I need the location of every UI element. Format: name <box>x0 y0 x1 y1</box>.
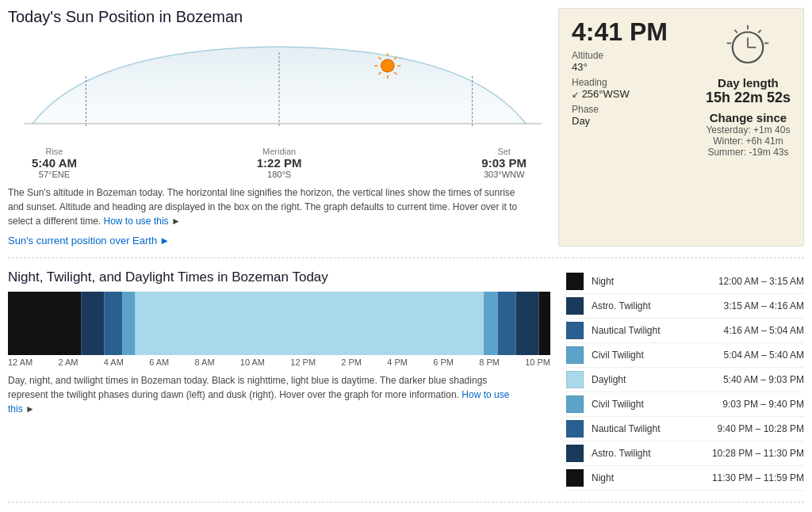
phase-label: Phase <box>572 104 599 115</box>
legend-color-swatch <box>566 322 584 339</box>
sun-arc-chart[interactable] <box>8 32 550 143</box>
section-divider-2 <box>8 502 804 502</box>
svg-rect-21 <box>8 292 81 355</box>
time-label-8pm: 8 PM <box>479 357 500 367</box>
time-label-6am: 6 AM <box>149 357 169 367</box>
twilight-chart-area: Night, Twilight, and Daylight Times in B… <box>8 269 550 491</box>
phase-value: Day <box>572 115 590 127</box>
twilight-bar-chart[interactable] <box>8 292 550 355</box>
svg-line-19 <box>735 30 738 33</box>
legend-phase-time: 3:15 AM – 4:16 AM <box>724 300 804 311</box>
svg-rect-24 <box>122 292 136 355</box>
legend-phase-time: 12:00 AM – 3:15 AM <box>718 276 804 287</box>
change-summer: Summer: -19m 43s <box>706 147 791 158</box>
legend-phase-name: Civil Twilight <box>592 350 716 361</box>
time-label-4pm: 4 PM <box>387 357 408 367</box>
legend-color-swatch <box>566 297 584 315</box>
rise-label: Rise <box>32 147 77 156</box>
change-winter: Winter: +6h 41m <box>706 136 791 147</box>
legend-row: Nautical Twilight4:16 AM – 5:04 AM <box>566 319 804 343</box>
sun-chart-area: Today's Sun Position in Bozeman <box>8 8 550 246</box>
meridian-label: Meridian <box>257 147 302 156</box>
day-length-label: Day length <box>706 76 791 90</box>
change-yesterday: Yesterday: +1m 40s <box>706 124 791 136</box>
time-label-2am: 2 AM <box>58 357 78 367</box>
twilight-description: Day, night, and twilight times in Bozema… <box>8 373 523 416</box>
legend-color-swatch <box>566 445 584 462</box>
info-box-right: Day length 15h 22m 52s Change since Yest… <box>706 18 791 158</box>
svg-rect-26 <box>484 292 498 355</box>
time-label-6pm: 6 PM <box>433 357 454 367</box>
sun-rise-info: Rise 5:40 AM 57°ENE <box>32 147 77 179</box>
sun-description: The Sun's altitude in Bozeman today. The… <box>8 185 531 228</box>
time-label-12am: 12 AM <box>8 357 33 367</box>
info-box-left: 4:41 PM Altitude 43° Heading ↙ 256°WSW P… <box>572 18 668 127</box>
time-label-12pm: 12 PM <box>290 357 316 367</box>
set-label: Set <box>481 147 527 156</box>
legend-color-swatch <box>566 420 584 437</box>
legend-row: Night11:30 PM – 11:59 PM <box>566 466 804 491</box>
arrow-icon: ► <box>159 235 170 246</box>
phase-row: Phase Day <box>572 103 668 127</box>
twilight-bar-svg <box>8 292 550 355</box>
meridian-time: 1:22 PM <box>257 156 302 170</box>
legend-phase-time: 4:16 AM – 5:04 AM <box>724 325 804 336</box>
twilight-how-to-arrow: ► <box>25 403 35 415</box>
how-to-use-link[interactable]: How to use this <box>104 216 169 227</box>
legend-phase-name: Nautical Twilight <box>592 423 710 434</box>
legend-color-swatch <box>566 371 584 388</box>
top-section: Today's Sun Position in Bozeman <box>8 8 804 246</box>
set-time: 9:03 PM <box>481 156 527 170</box>
legend-phase-name: Civil Twilight <box>592 399 714 410</box>
legend-color-swatch <box>566 346 584 364</box>
legend-phase-time: 9:03 PM – 9:40 PM <box>722 399 804 410</box>
legend-phase-name: Daylight <box>592 374 715 385</box>
meridian-dir: 180°S <box>257 170 302 179</box>
legend-phase-time: 10:28 PM – 11:30 PM <box>712 448 804 459</box>
info-box-top: 4:41 PM Altitude 43° Heading ↙ 256°WSW P… <box>572 18 791 158</box>
sun-times-row: Rise 5:40 AM 57°ENE Meridian 1:22 PM 180… <box>8 143 550 179</box>
time-label-10am: 10 AM <box>240 357 265 367</box>
time-axis: 12 AM 2 AM 4 AM 6 AM 8 AM 10 AM 12 PM 2 … <box>8 355 550 367</box>
legend-row: Daylight5:40 AM – 9:03 PM <box>566 368 804 392</box>
legend-color-swatch <box>566 395 584 413</box>
legend-color-swatch <box>566 469 584 487</box>
heading-value: 256°WSW <box>582 88 630 100</box>
heading-row: Heading ↙ 256°WSW <box>572 76 668 100</box>
legend-row: Civil Twilight9:03 PM – 9:40 PM <box>566 392 804 417</box>
legend-row: Astro. Twilight3:15 AM – 4:16 AM <box>566 294 804 319</box>
section-divider-1 <box>8 258 804 258</box>
clock-icon <box>720 18 776 74</box>
svg-rect-27 <box>498 292 516 355</box>
time-label-4am: 4 AM <box>104 357 124 367</box>
legend-phase-time: 9:40 PM – 10:28 PM <box>718 423 804 434</box>
rise-time: 5:40 AM <box>32 156 77 170</box>
legend-phase-name: Nautical Twilight <box>592 325 716 336</box>
legend-phase-time: 11:30 PM – 11:59 PM <box>712 472 804 483</box>
legend-phase-name: Night <box>592 472 704 483</box>
svg-rect-23 <box>104 292 122 355</box>
legend-row: Civil Twilight5:04 AM – 5:40 AM <box>566 343 804 368</box>
sun-arc-svg <box>8 32 550 143</box>
time-label-10pm: 10 PM <box>525 357 550 367</box>
twilight-section-title: Night, Twilight, and Daylight Times in B… <box>8 269 550 285</box>
current-time: 4:41 PM <box>572 18 668 46</box>
legend-phase-time: 5:40 AM – 9:03 PM <box>723 374 804 385</box>
sun-position-link[interactable]: Sun's current position over Earth ► <box>8 235 170 246</box>
sun-meridian-info: Meridian 1:22 PM 180°S <box>257 147 302 179</box>
time-label-2pm: 2 PM <box>341 357 362 367</box>
altitude-label: Altitude <box>572 50 603 61</box>
time-label-8am: 8 AM <box>194 357 214 367</box>
legend-phase-name: Night <box>592 276 710 287</box>
svg-rect-22 <box>81 292 104 355</box>
altitude-row: Altitude 43° <box>572 49 668 73</box>
svg-rect-25 <box>136 292 484 355</box>
svg-rect-28 <box>515 292 538 355</box>
legend-row: Astro. Twilight10:28 PM – 11:30 PM <box>566 441 804 466</box>
legend-table: Night12:00 AM – 3:15 AMAstro. Twilight3:… <box>566 269 804 491</box>
svg-rect-29 <box>538 292 550 355</box>
svg-line-17 <box>759 30 762 33</box>
heading-label: Heading <box>572 77 607 88</box>
legend-row: Night12:00 AM – 3:15 AM <box>566 269 804 294</box>
page-title: Today's Sun Position in Bozeman <box>8 8 550 26</box>
